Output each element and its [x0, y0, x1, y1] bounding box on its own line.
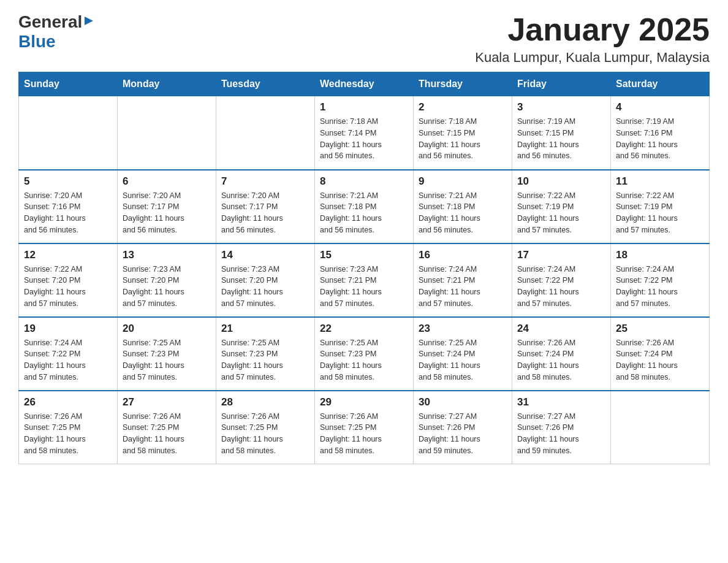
calendar-day-cell: 6Sunrise: 7:20 AMSunset: 7:17 PMDaylight… [118, 170, 216, 243]
day-info: Sunrise: 7:26 AMSunset: 7:25 PMDaylight:… [221, 411, 309, 457]
calendar-day-cell: 16Sunrise: 7:24 AMSunset: 7:21 PMDayligh… [414, 243, 512, 317]
calendar-header-row: SundayMondayTuesdayWednesdayThursdayFrid… [19, 72, 710, 96]
calendar-day-cell: 7Sunrise: 7:20 AMSunset: 7:17 PMDaylight… [216, 170, 315, 243]
calendar-day-cell [118, 96, 216, 170]
day-number: 14 [221, 249, 309, 261]
day-info: Sunrise: 7:25 AMSunset: 7:23 PMDaylight:… [221, 337, 309, 383]
calendar-week-row: 12Sunrise: 7:22 AMSunset: 7:20 PMDayligh… [19, 243, 710, 317]
calendar-day-cell: 25Sunrise: 7:26 AMSunset: 7:24 PMDayligh… [611, 317, 710, 391]
day-number: 4 [616, 101, 704, 113]
day-number: 25 [616, 323, 704, 335]
day-number: 28 [221, 396, 309, 408]
day-number: 16 [419, 249, 507, 261]
title-area: January 2025 Kuala Lumpur, Kuala Lumpur,… [475, 12, 710, 66]
day-info: Sunrise: 7:26 AMSunset: 7:24 PMDaylight:… [616, 337, 704, 383]
day-info: Sunrise: 7:25 AMSunset: 7:23 PMDaylight:… [123, 337, 211, 383]
calendar-day-cell [216, 96, 315, 170]
day-info: Sunrise: 7:20 AMSunset: 7:17 PMDaylight:… [123, 190, 211, 236]
calendar-day-cell: 17Sunrise: 7:24 AMSunset: 7:22 PMDayligh… [512, 243, 611, 317]
day-info: Sunrise: 7:26 AMSunset: 7:25 PMDaylight:… [24, 411, 112, 457]
calendar-week-row: 1Sunrise: 7:18 AMSunset: 7:14 PMDaylight… [19, 96, 710, 170]
day-info: Sunrise: 7:26 AMSunset: 7:25 PMDaylight:… [320, 411, 408, 457]
day-info: Sunrise: 7:25 AMSunset: 7:23 PMDaylight:… [320, 337, 408, 383]
calendar-day-cell: 14Sunrise: 7:23 AMSunset: 7:20 PMDayligh… [216, 243, 315, 317]
day-number: 15 [320, 249, 408, 261]
day-info: Sunrise: 7:24 AMSunset: 7:21 PMDaylight:… [419, 264, 507, 310]
calendar-day-cell: 13Sunrise: 7:23 AMSunset: 7:20 PMDayligh… [118, 243, 216, 317]
day-info: Sunrise: 7:18 AMSunset: 7:14 PMDaylight:… [320, 116, 408, 162]
calendar-day-header: Saturday [611, 72, 710, 96]
calendar-day-cell: 24Sunrise: 7:26 AMSunset: 7:24 PMDayligh… [512, 317, 611, 391]
day-info: Sunrise: 7:24 AMSunset: 7:22 PMDaylight:… [616, 264, 704, 310]
day-number: 8 [320, 175, 408, 188]
calendar-day-cell: 10Sunrise: 7:22 AMSunset: 7:19 PMDayligh… [512, 170, 611, 243]
day-number: 12 [24, 249, 112, 261]
calendar-day-header: Friday [512, 72, 611, 96]
calendar-day-cell: 19Sunrise: 7:24 AMSunset: 7:22 PMDayligh… [19, 317, 118, 391]
month-title: January 2025 [475, 12, 710, 47]
calendar-day-cell: 18Sunrise: 7:24 AMSunset: 7:22 PMDayligh… [611, 243, 710, 317]
day-number: 17 [517, 249, 605, 261]
calendar-day-header: Wednesday [315, 72, 414, 96]
day-number: 27 [123, 396, 211, 408]
day-info: Sunrise: 7:23 AMSunset: 7:20 PMDaylight:… [123, 264, 211, 310]
logo-general-text: General [18, 12, 82, 32]
day-info: Sunrise: 7:26 AMSunset: 7:24 PMDaylight:… [517, 337, 605, 383]
calendar-day-cell [19, 96, 118, 170]
day-number: 30 [419, 396, 507, 408]
calendar-day-cell: 28Sunrise: 7:26 AMSunset: 7:25 PMDayligh… [216, 391, 315, 464]
calendar-day-cell: 26Sunrise: 7:26 AMSunset: 7:25 PMDayligh… [19, 391, 118, 464]
calendar-day-cell: 3Sunrise: 7:19 AMSunset: 7:15 PMDaylight… [512, 96, 611, 170]
calendar-day-cell: 8Sunrise: 7:21 AMSunset: 7:18 PMDaylight… [315, 170, 414, 243]
calendar-day-cell: 22Sunrise: 7:25 AMSunset: 7:23 PMDayligh… [315, 317, 414, 391]
day-number: 11 [616, 175, 704, 188]
calendar-table: SundayMondayTuesdayWednesdayThursdayFrid… [18, 72, 710, 464]
day-info: Sunrise: 7:19 AMSunset: 7:15 PMDaylight:… [517, 116, 605, 162]
calendar-day-cell [611, 391, 710, 464]
day-info: Sunrise: 7:25 AMSunset: 7:24 PMDaylight:… [419, 337, 507, 383]
day-number: 23 [419, 323, 507, 335]
day-info: Sunrise: 7:20 AMSunset: 7:16 PMDaylight:… [24, 190, 112, 236]
calendar-day-cell: 20Sunrise: 7:25 AMSunset: 7:23 PMDayligh… [118, 317, 216, 391]
day-info: Sunrise: 7:27 AMSunset: 7:26 PMDaylight:… [517, 411, 605, 457]
day-number: 21 [221, 323, 309, 335]
calendar-day-cell: 12Sunrise: 7:22 AMSunset: 7:20 PMDayligh… [19, 243, 118, 317]
calendar-day-cell: 31Sunrise: 7:27 AMSunset: 7:26 PMDayligh… [512, 391, 611, 464]
logo-triangle-icon [83, 15, 94, 29]
calendar-day-cell: 21Sunrise: 7:25 AMSunset: 7:23 PMDayligh… [216, 317, 315, 391]
calendar-week-row: 19Sunrise: 7:24 AMSunset: 7:22 PMDayligh… [19, 317, 710, 391]
day-info: Sunrise: 7:27 AMSunset: 7:26 PMDaylight:… [419, 411, 507, 457]
day-info: Sunrise: 7:23 AMSunset: 7:21 PMDaylight:… [320, 264, 408, 310]
calendar-day-cell: 27Sunrise: 7:26 AMSunset: 7:25 PMDayligh… [118, 391, 216, 464]
calendar-day-cell: 9Sunrise: 7:21 AMSunset: 7:18 PMDaylight… [414, 170, 512, 243]
day-info: Sunrise: 7:22 AMSunset: 7:19 PMDaylight:… [616, 190, 704, 236]
calendar-day-cell: 15Sunrise: 7:23 AMSunset: 7:21 PMDayligh… [315, 243, 414, 317]
day-number: 19 [24, 323, 112, 335]
day-info: Sunrise: 7:21 AMSunset: 7:18 PMDaylight:… [419, 190, 507, 236]
calendar-day-header: Thursday [414, 72, 512, 96]
logo: General Blue [18, 12, 94, 52]
day-number: 18 [616, 249, 704, 261]
day-number: 24 [517, 323, 605, 335]
calendar-week-row: 5Sunrise: 7:20 AMSunset: 7:16 PMDaylight… [19, 170, 710, 243]
day-info: Sunrise: 7:22 AMSunset: 7:19 PMDaylight:… [517, 190, 605, 236]
page-header: General Blue January 2025 Kuala Lumpur, … [18, 12, 710, 66]
day-number: 29 [320, 396, 408, 408]
svg-marker-0 [85, 17, 93, 25]
day-number: 10 [517, 175, 605, 188]
day-number: 13 [123, 249, 211, 261]
day-number: 22 [320, 323, 408, 335]
day-info: Sunrise: 7:20 AMSunset: 7:17 PMDaylight:… [221, 190, 309, 236]
day-info: Sunrise: 7:18 AMSunset: 7:15 PMDaylight:… [419, 116, 507, 162]
day-number: 31 [517, 396, 605, 408]
day-info: Sunrise: 7:23 AMSunset: 7:20 PMDaylight:… [221, 264, 309, 310]
calendar-week-row: 26Sunrise: 7:26 AMSunset: 7:25 PMDayligh… [19, 391, 710, 464]
calendar-day-cell: 23Sunrise: 7:25 AMSunset: 7:24 PMDayligh… [414, 317, 512, 391]
day-info: Sunrise: 7:21 AMSunset: 7:18 PMDaylight:… [320, 190, 408, 236]
day-info: Sunrise: 7:26 AMSunset: 7:25 PMDaylight:… [123, 411, 211, 457]
calendar-day-header: Tuesday [216, 72, 315, 96]
day-number: 5 [24, 175, 112, 188]
day-info: Sunrise: 7:19 AMSunset: 7:16 PMDaylight:… [616, 116, 704, 162]
calendar-day-cell: 2Sunrise: 7:18 AMSunset: 7:15 PMDaylight… [414, 96, 512, 170]
calendar-day-cell: 29Sunrise: 7:26 AMSunset: 7:25 PMDayligh… [315, 391, 414, 464]
